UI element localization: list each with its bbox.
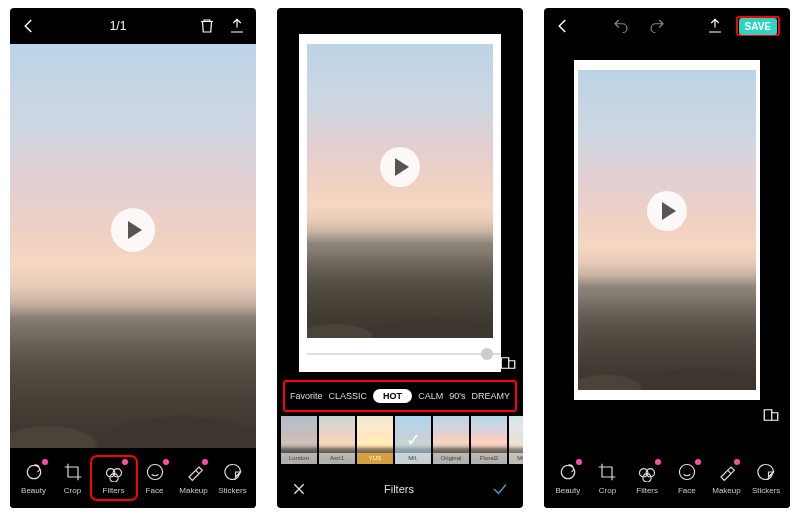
tool-label: Crop <box>64 486 81 495</box>
screenshot-stage: { "screen1": { "counter": "1/1", "tools"… <box>0 0 800 515</box>
category-favorite[interactable]: Favorite <box>290 391 323 401</box>
tool-crop[interactable]: Crop <box>55 461 91 495</box>
tool-makeup[interactable]: Makeup <box>708 461 744 495</box>
stickers-icon <box>755 461 777 483</box>
back-icon[interactable] <box>554 17 572 35</box>
filters-footer: Filters <box>277 470 523 508</box>
tool-label: Filters <box>103 486 125 495</box>
page-counter: 1/1 <box>38 19 198 33</box>
save-highlight: SAVE <box>736 16 781 36</box>
tool-filters[interactable]: Filters <box>629 461 665 495</box>
video-preview[interactable] <box>307 44 493 338</box>
tool-label: Stickers <box>218 486 246 495</box>
intensity-slider[interactable] <box>307 344 493 364</box>
compare-icon[interactable] <box>499 354 517 372</box>
preview-image <box>307 44 493 338</box>
filter-thumb-yus[interactable]: YUS <box>357 416 393 464</box>
cancel-icon[interactable] <box>291 481 307 497</box>
badge-dot <box>695 459 701 465</box>
topbar: 1/1 <box>10 8 256 44</box>
canvas-frame <box>574 60 760 400</box>
tool-label: Beauty <box>21 486 46 495</box>
makeup-icon <box>183 461 205 483</box>
makeup-icon <box>715 461 737 483</box>
tool-makeup[interactable]: Makeup <box>176 461 212 495</box>
filter-thumb-mil.[interactable]: ✓Mil. <box>395 416 431 464</box>
tool-label: Stickers <box>752 486 780 495</box>
tool-beauty[interactable]: Beauty <box>550 461 586 495</box>
tool-label: Makeup <box>712 486 740 495</box>
tool-crop[interactable]: Crop <box>589 461 625 495</box>
badge-dot <box>576 459 582 465</box>
category-calm[interactable]: CALM <box>418 391 443 401</box>
category-dreamy[interactable]: DREAMY <box>471 391 510 401</box>
filter-thumb-original[interactable]: Original <box>433 416 469 464</box>
thumb-label: Milky w <box>509 453 523 464</box>
beauty-icon <box>23 461 45 483</box>
badge-dot <box>122 459 128 465</box>
thumb-label: London <box>281 453 317 464</box>
tool-filters[interactable]: Filters <box>94 459 134 497</box>
trash-icon[interactable] <box>198 17 216 35</box>
face-icon <box>144 461 166 483</box>
redo-icon[interactable] <box>648 17 666 35</box>
badge-dot <box>655 459 661 465</box>
share-icon[interactable] <box>706 17 724 35</box>
tool-stickers[interactable]: Stickers <box>748 461 784 495</box>
screen-edit-main: 1/1 BeautyCropFiltersFaceMakeupStickers <box>10 8 256 508</box>
tool-label: Filters <box>636 486 658 495</box>
screen-save: SAVE BeautyCropFiltersFaceMakeupStickers <box>544 8 790 508</box>
video-preview[interactable] <box>578 70 756 390</box>
edit-toolbar: BeautyCropFiltersFaceMakeupStickers <box>544 448 790 508</box>
thumb-label: Astr1 <box>319 453 355 464</box>
play-button[interactable] <box>647 191 687 231</box>
category-90's[interactable]: 90's <box>449 391 465 401</box>
filter-thumb-floral2[interactable]: Floral2 <box>471 416 507 464</box>
play-button[interactable] <box>111 208 155 252</box>
filters-icon <box>636 461 658 483</box>
thumb-label: Floral2 <box>471 453 507 464</box>
preview-foreground <box>10 311 256 448</box>
edit-toolbar: BeautyCropFiltersFaceMakeupStickers <box>10 448 256 508</box>
category-classic[interactable]: CLASSIC <box>329 391 368 401</box>
play-button[interactable] <box>380 147 420 187</box>
slider-knob[interactable] <box>481 348 493 360</box>
play-icon <box>662 202 676 220</box>
video-preview[interactable] <box>10 44 256 448</box>
back-icon[interactable] <box>20 17 38 35</box>
save-button[interactable]: SAVE <box>739 18 778 35</box>
filter-thumb-london[interactable]: London <box>281 416 317 464</box>
beauty-icon <box>557 461 579 483</box>
tool-label: Crop <box>599 486 616 495</box>
tool-face[interactable]: Face <box>669 461 705 495</box>
share-icon[interactable] <box>228 17 246 35</box>
tool-face[interactable]: Face <box>137 461 173 495</box>
crop-icon <box>62 461 84 483</box>
confirm-icon[interactable] <box>491 480 509 498</box>
filters-icon <box>103 461 125 483</box>
tool-label: Beauty <box>555 486 580 495</box>
undo-icon[interactable] <box>612 17 630 35</box>
thumb-label: YUS <box>357 453 393 464</box>
tool-label: Face <box>146 486 164 495</box>
tool-label: Face <box>678 486 696 495</box>
badge-dot <box>42 459 48 465</box>
stickers-icon <box>222 461 244 483</box>
crop-icon <box>596 461 618 483</box>
topbar: SAVE <box>544 8 790 44</box>
thumb-label: Mil. <box>395 453 431 464</box>
canvas-frame <box>299 34 501 372</box>
footer-title: Filters <box>307 483 491 495</box>
compare-icon[interactable] <box>762 406 780 424</box>
category-hot[interactable]: HOT <box>373 389 412 403</box>
badge-dot <box>202 459 208 465</box>
thumb-label: Original <box>433 453 469 464</box>
tool-stickers[interactable]: Stickers <box>215 461 251 495</box>
filter-category-bar: FavoriteCLASSICHOTCALM90'sDREAMY <box>283 380 517 412</box>
play-icon <box>395 158 409 176</box>
tool-beauty[interactable]: Beauty <box>16 461 52 495</box>
filter-thumb-milky w[interactable]: Milky w <box>509 416 523 464</box>
filter-thumb-astr1[interactable]: Astr1 <box>319 416 355 464</box>
filter-thumb-strip[interactable]: LondonAstr1YUS✓Mil.OriginalFloral2Milky … <box>277 414 523 466</box>
tool-label: Makeup <box>179 486 207 495</box>
